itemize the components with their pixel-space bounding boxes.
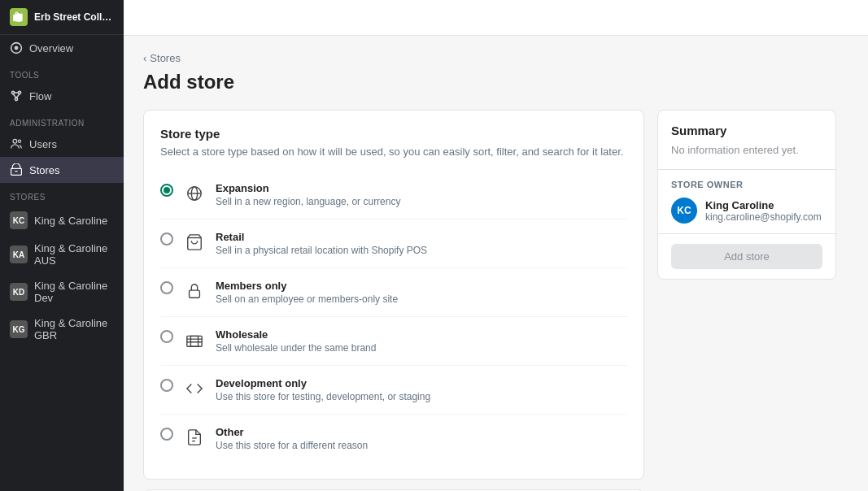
radio-wholesale[interactable] xyxy=(160,330,173,343)
option-other[interactable]: Other Use this store for a different rea… xyxy=(160,415,627,463)
stores-section-label: STORES xyxy=(0,186,124,205)
svg-point-3 xyxy=(18,91,20,93)
svg-rect-18 xyxy=(190,336,198,346)
development-content: Development only Use this store for test… xyxy=(216,377,627,402)
option-expansion[interactable]: Expansion Sell in a new region, language… xyxy=(160,171,627,219)
wholesale-content: Wholesale Sell wholesale under the same … xyxy=(216,328,627,354)
flow-label: Flow xyxy=(29,90,51,102)
svg-line-6 xyxy=(13,94,16,98)
development-icon xyxy=(183,377,206,400)
stores-icon xyxy=(10,163,23,176)
sidebar-header: Erb Street Collective xyxy=(0,0,124,35)
development-title: Development only xyxy=(216,377,627,389)
page-title: Add store xyxy=(143,71,836,93)
store-type-card: Store type Select a store type based on … xyxy=(143,110,644,480)
kg-label: King & Caroline GBR xyxy=(34,317,114,341)
svg-line-7 xyxy=(16,94,20,98)
right-column: Summary No information entered yet. STOR… xyxy=(657,110,836,280)
other-icon xyxy=(183,426,206,449)
kg-badge: KG xyxy=(10,320,28,338)
wholesale-icon xyxy=(183,328,206,351)
breadcrumb-chevron: ‹ xyxy=(143,52,146,64)
kd-badge: KD xyxy=(10,283,28,301)
admin-section-label: ADMINISTRATION xyxy=(0,112,124,131)
radio-expansion[interactable] xyxy=(160,184,173,197)
store-name-label: Erb Street Collective xyxy=(34,11,114,23)
store-owner-label: STORE OWNER xyxy=(671,180,822,189)
tools-section-label: TOOLS xyxy=(0,64,124,83)
add-store-button[interactable]: Add store xyxy=(671,244,822,269)
retail-icon xyxy=(183,231,206,254)
top-bar xyxy=(124,0,868,36)
stores-label: Stores xyxy=(29,164,60,176)
retail-title: Retail xyxy=(216,231,627,243)
radio-retail[interactable] xyxy=(160,232,173,246)
retail-desc: Sell in a physical retail location with … xyxy=(216,245,627,256)
option-wholesale[interactable]: Wholesale Sell wholesale under the same … xyxy=(160,317,627,366)
development-desc: Use this store for testing, development,… xyxy=(216,391,627,402)
expansion-icon xyxy=(183,182,206,205)
users-label: Users xyxy=(29,138,57,150)
overview-icon xyxy=(10,41,23,54)
sidebar-item-stores[interactable]: Stores xyxy=(0,157,124,183)
kc-badge: KC xyxy=(10,211,28,229)
sidebar-item-flow[interactable]: Flow xyxy=(0,83,124,109)
owner-details: King Caroline king.caroline@shopify.com xyxy=(705,199,822,223)
sidebar-item-kc[interactable]: KC King & Caroline xyxy=(0,205,124,236)
wholesale-desc: Sell wholesale under the same brand xyxy=(216,342,627,354)
sidebar: Erb Street Collective Overview TOOLS Flo… xyxy=(0,0,124,491)
kd-label: King & Caroline Dev xyxy=(34,280,114,304)
summary-empty: No information entered yet. xyxy=(658,144,835,169)
svg-point-4 xyxy=(15,98,17,100)
sidebar-item-kg[interactable]: KG King & Caroline GBR xyxy=(0,311,124,348)
members-content: Members only Sell on an employee or memb… xyxy=(216,280,627,305)
sidebar-item-overview[interactable]: Overview xyxy=(0,35,124,61)
owner-email: king.caroline@shopify.com xyxy=(705,211,822,223)
radio-development[interactable] xyxy=(160,379,173,392)
svg-rect-10 xyxy=(11,168,22,175)
shopify-logo xyxy=(10,8,28,26)
ka-badge: KA xyxy=(10,246,28,263)
other-content: Other Use this store for a different rea… xyxy=(216,426,627,451)
breadcrumb-parent: Stores xyxy=(150,52,181,64)
summary-title: Summary xyxy=(658,111,835,144)
content-grid: Store type Select a store type based on … xyxy=(143,110,836,491)
kc-label: King & Caroline xyxy=(34,215,107,227)
other-desc: Use this store for a different reason xyxy=(216,440,627,451)
other-title: Other xyxy=(216,426,627,438)
page-content: ‹ Stores Add store Store type Select a s… xyxy=(124,36,856,491)
users-icon xyxy=(10,137,23,150)
wholesale-title: Wholesale xyxy=(216,328,627,341)
expansion-content: Expansion Sell in a new region, language… xyxy=(216,182,627,207)
svg-rect-16 xyxy=(190,290,200,298)
left-column: Store type Select a store type based on … xyxy=(143,110,644,491)
sidebar-item-users[interactable]: Users xyxy=(0,131,124,157)
radio-other[interactable] xyxy=(160,428,173,441)
option-members[interactable]: Members only Sell on an employee or memb… xyxy=(160,268,627,317)
members-title: Members only xyxy=(216,280,627,292)
sidebar-item-kd[interactable]: KD King & Caroline Dev xyxy=(0,273,124,311)
svg-point-1 xyxy=(15,46,19,50)
svg-point-2 xyxy=(11,91,14,93)
radio-members[interactable] xyxy=(160,281,173,294)
store-owner-section: STORE OWNER KC King Caroline king.caroli… xyxy=(658,170,835,233)
flow-icon xyxy=(10,89,23,102)
store-type-title: Store type xyxy=(160,127,627,141)
owner-info: KC King Caroline king.caroline@shopify.c… xyxy=(671,198,822,224)
main-content: ‹ Stores Add store Store type Select a s… xyxy=(124,0,868,491)
owner-name: King Caroline xyxy=(705,199,822,211)
svg-point-8 xyxy=(13,139,17,143)
expansion-desc: Sell in a new region, language, or curre… xyxy=(216,196,627,207)
avatar: KC xyxy=(671,198,697,224)
svg-point-9 xyxy=(18,140,20,142)
option-retail[interactable]: Retail Sell in a physical retail locatio… xyxy=(160,219,627,268)
option-development[interactable]: Development only Use this store for test… xyxy=(160,366,627,415)
overview-label: Overview xyxy=(29,42,73,54)
summary-card: Summary No information entered yet. STOR… xyxy=(657,110,836,280)
svg-rect-17 xyxy=(187,336,202,346)
expansion-title: Expansion xyxy=(216,182,627,194)
sidebar-item-ka[interactable]: KA King & Caroline AUS xyxy=(0,236,124,273)
breadcrumb[interactable]: ‹ Stores xyxy=(143,52,836,64)
summary-divider-2 xyxy=(658,233,835,234)
members-icon xyxy=(183,280,206,302)
